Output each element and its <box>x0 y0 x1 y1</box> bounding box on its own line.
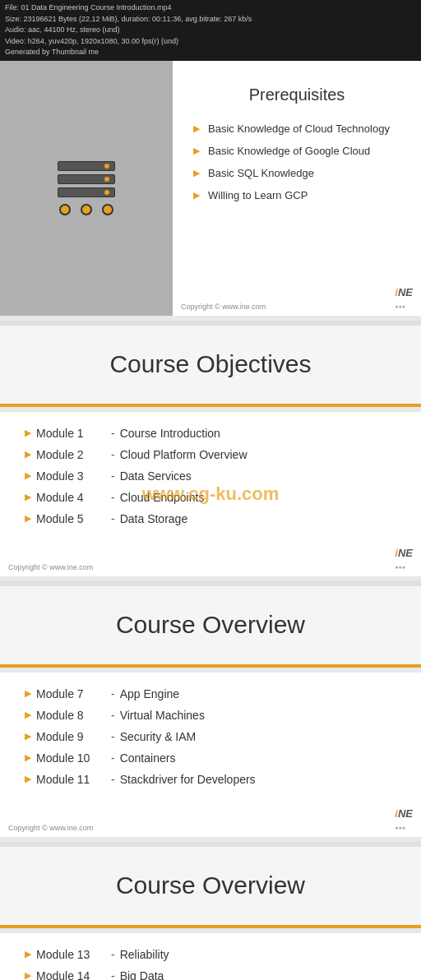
module-name: Data Services <box>120 469 192 483</box>
module-triangle: ▶ <box>25 949 31 959</box>
module-name: Cloud Endpoints <box>120 491 205 504</box>
connector-3 <box>102 204 113 215</box>
module-item: ▶ Module 2 - Cloud Platform Overview <box>25 448 396 461</box>
module-dash: - <box>111 969 115 981</box>
module-dash: - <box>111 687 115 700</box>
module-number: Module 8 <box>36 709 106 722</box>
module-triangle: ▶ <box>25 492 31 502</box>
module-triangle: ▶ <box>25 970 31 980</box>
module-item: ▶ Module 4 - Cloud Endpoints <box>25 491 396 504</box>
server-rack-2 <box>58 174 115 184</box>
orange-bar-3 <box>0 925 421 928</box>
module-number: Module 10 <box>36 751 106 765</box>
copyright-3: Copyright © www.ine.com <box>8 563 93 571</box>
ine-logo-1: iNE●●● <box>395 286 413 311</box>
module-triangle: ▶ <box>25 774 31 784</box>
module-name: Containers <box>120 751 176 765</box>
server-rack-1 <box>58 161 115 171</box>
module-triangle: ▶ <box>25 752 31 763</box>
module-dash: - <box>111 491 115 504</box>
modules-list-2: ▶ Module 7 - App Engine ▶ Module 8 - Vir… <box>25 687 396 786</box>
course-objectives-title: Course Objectives <box>109 350 311 378</box>
prereq-text-2: Basic Knowledge of Google Cloud <box>208 145 370 157</box>
prereq-text-1: Basic Knowledge of Cloud Technology <box>208 122 390 135</box>
slide-course-overview-1: Course Overview <box>0 586 421 668</box>
connector-area <box>59 204 113 215</box>
connector-2 <box>81 204 92 215</box>
module-dash: - <box>111 751 115 765</box>
orange-bar-2 <box>0 664 421 668</box>
ine-logo-3: iNE●●● <box>395 547 413 571</box>
module-name: Security & IAM <box>120 730 197 743</box>
prereq-item-1: ▶ Basic Knowledge of Cloud Technology <box>193 122 400 135</box>
prereq-text-4: Willing to Learn GCP <box>208 189 308 201</box>
prereq-item-4: ▶ Willing to Learn GCP <box>193 189 400 201</box>
triangle-icon-2: ▶ <box>193 146 200 156</box>
slide-course-overview-2: Course Overview <box>0 847 421 928</box>
module-dash: - <box>111 427 115 440</box>
module-number: Module 7 <box>36 687 106 700</box>
module-item: ▶ Module 10 - Containers <box>25 751 396 765</box>
module-dash: - <box>111 773 115 786</box>
copyright-1: Copyright © www.ine.com <box>181 303 266 311</box>
module-item: ▶ Module 8 - Virtual Machines <box>25 709 396 722</box>
module-name: Cloud Platform Overview <box>120 448 248 461</box>
module-triangle: ▶ <box>25 470 31 481</box>
file-info-line4: Video: h264, yuv420p, 1920x1080, 30.00 f… <box>5 36 416 48</box>
course-overview-title-1: Course Overview <box>116 611 305 639</box>
module-dash: - <box>111 469 115 483</box>
module-item: ▶ Module 5 - Data Storage <box>25 512 396 525</box>
module-triangle: ▶ <box>25 513 31 524</box>
module-item: ▶ Module 1 - Course Introduction <box>25 427 396 440</box>
slide-right-content: Prerequisites ▶ Basic Knowledge of Cloud… <box>173 61 421 316</box>
module-dash: - <box>111 512 115 525</box>
module-number: Module 14 <box>36 969 106 981</box>
prerequisites-title: Prerequisites <box>193 86 400 104</box>
module-dash: - <box>111 448 115 461</box>
file-info-line1: File: 01 Data Engineering Course Introdu… <box>5 2 416 14</box>
slide-title-objectives: Course Objectives <box>0 326 421 404</box>
slide-title-overview-2: Course Overview <box>0 847 421 925</box>
module-triangle: ▶ <box>25 731 31 742</box>
module-number: Module 1 <box>36 427 106 440</box>
module-item: ▶ Module 13 - Reliability <box>25 948 396 961</box>
module-triangle: ▶ <box>25 710 31 720</box>
triangle-icon-3: ▶ <box>193 168 200 178</box>
copyright-5: Copyright © www.ine.com <box>8 824 93 832</box>
module-item: ▶ Module 3 - Data Services <box>25 469 396 483</box>
module-dash: - <box>111 948 115 961</box>
slide-course-objectives: Course Objectives <box>0 326 421 407</box>
modules-list-1: ▶ Module 1 - Course Introduction ▶ Modul… <box>25 427 396 525</box>
file-info-line2: Size: 23196621 Bytes (22.12 MiB), durati… <box>5 14 416 25</box>
prereq-item-3: ▶ Basic SQL Knowledge <box>193 167 400 179</box>
file-info-line5: Generated by Thumbnail me <box>5 47 416 58</box>
prereq-text-3: Basic SQL Knowledge <box>208 167 314 179</box>
module-number: Module 2 <box>36 448 106 461</box>
modules-list-3: ▶ Module 13 - Reliability ▶ Module 14 - … <box>25 948 396 981</box>
module-item: ▶ Module 11 - Stackdriver for Developers <box>25 773 396 786</box>
module-item: ▶ Module 7 - App Engine <box>25 687 396 700</box>
slide-modules-7-11: ▶ Module 7 - App Engine ▶ Module 8 - Vir… <box>0 673 421 837</box>
triangle-icon-4: ▶ <box>193 190 200 201</box>
module-number: Module 11 <box>36 773 106 786</box>
module-number: Module 5 <box>36 512 106 525</box>
module-name: Big Data <box>120 969 164 981</box>
module-name: App Engine <box>120 687 179 700</box>
module-number: Module 9 <box>36 730 106 743</box>
slide-prerequisites: Prerequisites ▶ Basic Knowledge of Cloud… <box>0 61 421 316</box>
module-name: Stackdriver for Developers <box>120 773 256 786</box>
server-icon <box>58 161 115 215</box>
module-name: Reliability <box>120 948 169 961</box>
slide-title-overview-1: Course Overview <box>0 586 421 664</box>
file-info-line3: Audio: aac, 44100 Hz, stereo (und) <box>5 25 416 36</box>
connector-1 <box>59 204 71 215</box>
ine-logo-5: iNE●●● <box>395 807 413 832</box>
module-name: Course Introduction <box>120 427 220 440</box>
slide-modules-13-17: ▶ Module 13 - Reliability ▶ Module 14 - … <box>0 933 421 981</box>
module-dash: - <box>111 730 115 743</box>
module-name: Virtual Machines <box>120 709 205 722</box>
module-number: Module 4 <box>36 491 106 504</box>
module-triangle: ▶ <box>25 449 31 460</box>
slide-modules-1-5: ▶ Module 1 - Course Introduction ▶ Modul… <box>0 412 421 576</box>
orange-bar-1 <box>0 404 421 407</box>
